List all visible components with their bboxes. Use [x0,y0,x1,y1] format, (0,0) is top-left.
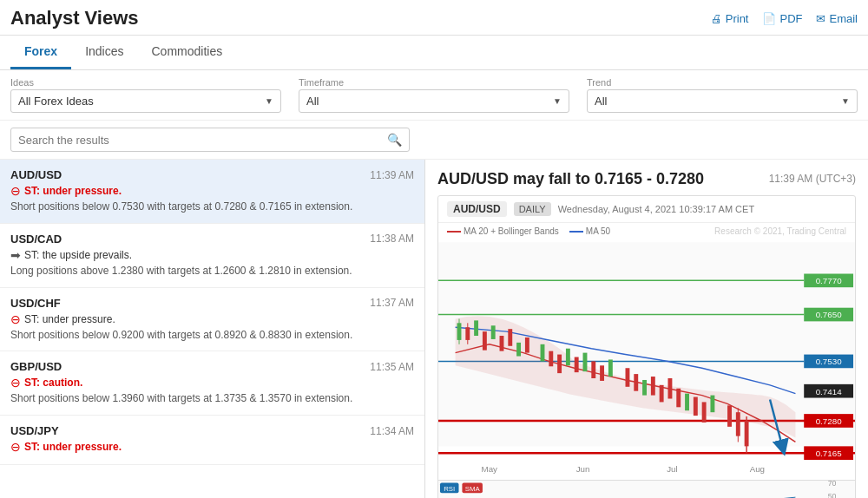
idea-item-audusd[interactable]: AUD/USD 11:39 AM ⊖ ST: under pressure. S… [0,160,424,224]
detail-title: AUD/USD may fall to 0.7165 - 0.7280 [437,170,704,188]
svg-rect-14 [508,329,512,346]
svg-rect-21 [575,357,579,373]
idea-time-gbpusd: 11:35 AM [370,361,414,373]
signal-label-usdjpy: ST: under pressure. [24,441,122,453]
trend-filter-label: Trend [587,77,858,88]
signal-icon-usdchf: ⊖ [10,312,21,326]
signal-label-audusd: ST: under pressure. [24,185,122,197]
svg-text:May: May [482,464,498,474]
search-input-wrap: 🔍 [10,128,410,152]
signal-icon-audusd: ⊖ [10,184,21,198]
page-title: Analyst Views [10,7,139,29]
ideas-filter-select[interactable]: All Forex Ideas ▼ [10,89,281,113]
svg-rect-37 [727,405,732,426]
svg-text:Jul: Jul [667,464,678,474]
trend-filter-group: Trend All ▼ [587,77,858,113]
pdf-label: PDF [779,12,802,25]
legend-ma50-line [569,231,583,233]
svg-rect-11 [483,331,487,351]
chart-pair-badge: AUD/USD [447,201,507,217]
svg-rect-20 [566,349,570,366]
svg-rect-17 [541,344,545,362]
pdf-button[interactable]: 📄 PDF [762,12,802,25]
detail-panel: AUD/USD may fall to 0.7165 - 0.7280 11:3… [425,160,868,498]
page-header: Analyst Views 🖨 Print 📄 PDF ✉ Email [0,0,868,36]
idea-time-usdchf: 11:37 AM [370,297,414,309]
chart-top-bar: AUD/USD DAILY Wednesday, August 4, 2021 … [438,196,855,223]
detail-time: 11:39 AM (UTC+3) [769,173,856,185]
search-input[interactable] [18,134,387,147]
tab-commodities[interactable]: Commodities [137,36,236,69]
ideas-filter-arrow: ▼ [265,96,273,106]
idea-desc-audusd: Short positions below 0.7530 with target… [10,200,414,214]
idea-time-audusd: 11:39 AM [370,169,414,181]
trend-filter-select[interactable]: All ▼ [587,89,858,113]
idea-pair-usdcad: USD/CAD [10,233,62,246]
svg-rect-35 [702,402,707,423]
idea-desc-gbpusd: Short positions below 1.3960 with target… [10,391,414,406]
signal-icon-usdcad: ➡ [10,248,21,262]
timeframe-filter-group: Timeframe All ▼ [299,77,569,113]
idea-time-usdjpy: 11:34 AM [370,425,414,437]
svg-text:0.7650: 0.7650 [816,310,842,319]
search-icon[interactable]: 🔍 [387,133,402,147]
chart-watermark: Research © 2021, Trading Central [714,226,846,236]
svg-rect-25 [608,359,613,377]
svg-rect-31 [667,378,672,399]
svg-text:Jun: Jun [576,464,590,474]
idea-item-usdjpy[interactable]: USD/JPY 11:34 AM ⊖ ST: under pressure. [0,416,424,465]
tab-indices[interactable]: Indices [71,36,137,69]
svg-text:SMA: SMA [465,485,481,493]
svg-rect-13 [500,336,504,351]
svg-text:0.7530: 0.7530 [816,357,842,366]
print-icon: 🖨 [711,12,722,25]
idea-pair-gbpusd: GBP/USD [10,360,62,373]
svg-rect-18 [549,351,553,367]
idea-item-usdcad[interactable]: USD/CAD 11:38 AM ➡ ST: the upside prevai… [0,224,424,288]
email-icon: ✉ [816,12,825,25]
ideas-filter-label: Ideas [10,77,281,88]
svg-rect-36 [710,396,714,413]
svg-rect-12 [491,325,496,339]
signal-label-gbpusd: ST: caution. [24,377,82,389]
chart-legend: MA 20 + Bollinger Bands MA 50 Research ©… [438,223,855,239]
detail-header: AUD/USD may fall to 0.7165 - 0.7280 11:3… [437,170,856,188]
idea-pair-usdjpy: USD/JPY [10,424,59,437]
email-label: Email [829,12,858,25]
timeframe-filter-arrow: ▼ [553,96,562,106]
timeframe-filter-select[interactable]: All ▼ [299,89,569,113]
chart-svg: 0.7770 0.7650 0.7530 0.7414 0.7280 0.716 [438,239,855,498]
svg-rect-26 [626,368,630,387]
signal-label-usdchf: ST: under pressure. [24,313,115,325]
ideas-filter-value: All Forex Ideas [18,95,94,108]
idea-item-usdchf[interactable]: USD/CHF 11:37 AM ⊖ ST: under pressure. S… [0,288,424,352]
svg-text:RSI: RSI [444,485,455,493]
svg-rect-27 [634,374,638,391]
timeframe-filter-label: Timeframe [299,77,569,88]
svg-rect-22 [583,353,588,372]
svg-text:0.7165: 0.7165 [816,449,842,458]
legend-ma50-label: MA 50 [586,226,610,236]
ideas-list: AUD/USD 11:39 AM ⊖ ST: under pressure. S… [0,160,425,498]
svg-text:0.7280: 0.7280 [816,416,842,426]
idea-desc-usdchf: Short positions below 0.9200 with target… [10,328,414,343]
svg-rect-10 [474,320,478,336]
chart-date: Wednesday, August 4, 2021 10:39:17 AM CE… [558,204,846,214]
legend-ma20-line [447,231,461,233]
print-button[interactable]: 🖨 Print [711,12,749,25]
print-label: Print [726,12,749,25]
idea-item-gbpusd[interactable]: GBP/USD 11:35 AM ⊖ ST: caution. Short po… [0,351,424,416]
email-button[interactable]: ✉ Email [816,12,858,25]
svg-rect-58 [438,481,855,498]
svg-text:50: 50 [828,492,837,498]
header-actions: 🖨 Print 📄 PDF ✉ Email [711,12,858,25]
svg-rect-28 [642,380,647,396]
tab-forex[interactable]: Forex [10,36,71,69]
main-content: AUD/USD 11:39 AM ⊖ ST: under pressure. S… [0,160,868,498]
svg-text:Aug: Aug [750,464,765,474]
svg-rect-15 [516,343,521,357]
chart-container: AUD/USD DAILY Wednesday, August 4, 2021 … [437,195,856,498]
ideas-filter-group: Ideas All Forex Ideas ▼ [10,77,281,113]
svg-rect-32 [676,389,681,408]
svg-text:70: 70 [828,479,837,488]
